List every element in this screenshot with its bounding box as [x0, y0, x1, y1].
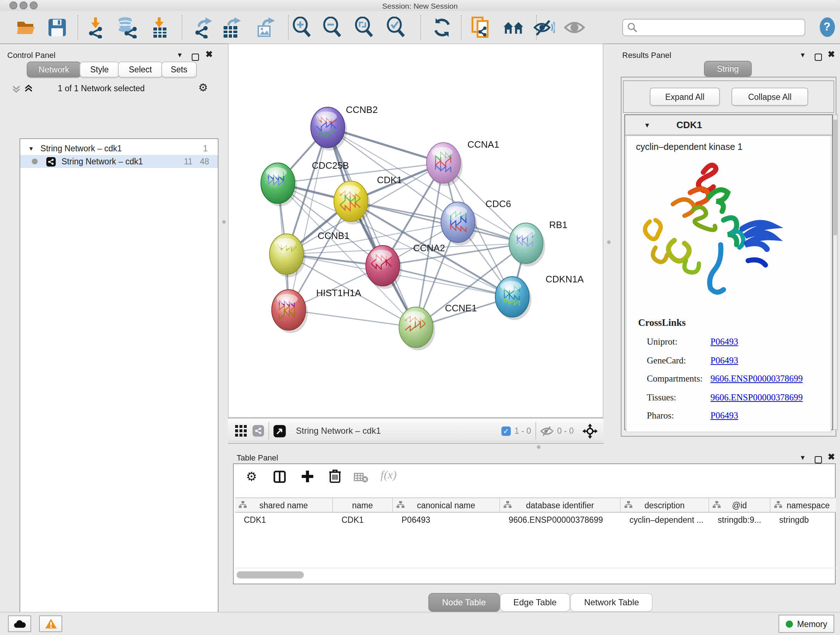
- function-builder-icon[interactable]: f(x): [381, 469, 396, 481]
- main-toolbar: ?: [0, 11, 840, 44]
- column-header[interactable]: @id: [709, 498, 771, 512]
- bottom-splitter-handle[interactable]: [537, 445, 540, 449]
- network-collection-row[interactable]: ▼ String Network – cdk1 1: [20, 142, 218, 155]
- crosslink-value-link[interactable]: 9606.ENSP00000378699: [711, 392, 803, 402]
- column-type-icon: [396, 501, 404, 509]
- network-canvas[interactable]: CCNB2CCNA1CDC25BCDK1CDC6RB1CCNB1CCNA2CDK…: [228, 43, 603, 418]
- collection-expander-icon[interactable]: ▼: [28, 145, 34, 152]
- zoom-selected-icon[interactable]: [386, 17, 407, 38]
- bottom-status-bar: Memory: [0, 612, 840, 635]
- crosslink-value-link[interactable]: P06493: [711, 410, 738, 421]
- warnings-button[interactable]: [39, 616, 62, 632]
- right-splitter-handle[interactable]: [607, 241, 611, 244]
- crosslink-value-link[interactable]: 9606.ENSP00000378699: [711, 374, 803, 384]
- zoom-in-icon[interactable]: [292, 17, 313, 38]
- houses-icon[interactable]: [503, 17, 524, 38]
- node-label-ccnb1: CCNB1: [317, 230, 349, 241]
- save-session-icon[interactable]: [46, 17, 68, 38]
- selected-checkbox-icon[interactable]: ✓: [501, 426, 511, 435]
- node-label-ccne1: CCNE1: [445, 302, 477, 314]
- control-panel-close-icon[interactable]: ✖: [205, 49, 213, 59]
- import-network-file-icon[interactable]: [85, 17, 106, 38]
- export-network-icon[interactable]: [193, 17, 215, 38]
- search-field[interactable]: [622, 19, 805, 36]
- column-header[interactable]: database identifier: [500, 498, 621, 512]
- collapse-all-button[interactable]: Collapse All: [731, 88, 808, 106]
- table-cell: stringdb:9...: [709, 513, 771, 527]
- network-selection-status: 1 of 1 Network selected: [0, 84, 202, 93]
- results-scrollbar-thumb[interactable]: [834, 119, 837, 235]
- network-row-selected[interactable]: String Network – cdk1 11 48: [20, 155, 218, 168]
- tab-edge-table[interactable]: Edge Table: [500, 593, 570, 612]
- table-row[interactable]: CDK1 CDK1 P06493 9606.ENSP00000378699 cy…: [235, 513, 836, 527]
- crosslink-row: Pharos:P06493: [647, 407, 803, 425]
- table-cell: P06493: [393, 513, 500, 527]
- open-session-icon[interactable]: [15, 17, 37, 38]
- node-label-cdkn1a: CDKN1A: [546, 274, 584, 285]
- tab-string[interactable]: String: [704, 61, 752, 77]
- cloud-icon: [13, 619, 26, 628]
- network-options-gear-icon[interactable]: ⚙: [198, 82, 208, 93]
- show-all-eye-icon[interactable]: [564, 17, 585, 38]
- toolbar-separator: [420, 15, 421, 40]
- expand-all-button[interactable]: Expand All: [650, 88, 720, 106]
- birdseye-view-icon[interactable]: [273, 424, 286, 437]
- table-panel-close-icon[interactable]: ✖: [828, 452, 835, 462]
- hide-selected-eye-icon[interactable]: [533, 17, 555, 38]
- delete-table-icon[interactable]: [354, 473, 368, 486]
- help-button[interactable]: ?: [819, 16, 835, 38]
- column-header[interactable]: name: [333, 498, 393, 512]
- control-panel-menu-icon[interactable]: ▼: [177, 51, 183, 59]
- column-header[interactable]: shared name: [235, 498, 333, 512]
- import-table-file-icon[interactable]: [149, 17, 171, 38]
- protein-section-header[interactable]: ▼ CDK1: [625, 115, 832, 135]
- select-columns-icon[interactable]: [273, 470, 286, 486]
- search-input[interactable]: [638, 20, 805, 35]
- left-splitter-handle[interactable]: [222, 220, 226, 224]
- node-label-rb1: RB1: [549, 219, 568, 230]
- column-header[interactable]: canonical name: [393, 498, 500, 512]
- results-panel-close-icon[interactable]: ✖: [828, 49, 835, 59]
- delete-column-trash-icon[interactable]: [329, 469, 341, 486]
- crosslink-value-link[interactable]: P06493: [711, 355, 738, 365]
- results-panel-menu-icon[interactable]: ▼: [799, 51, 806, 59]
- crosslink-label: Compartments:: [647, 370, 711, 388]
- table-panel-menu-icon[interactable]: ▼: [799, 454, 806, 461]
- table-horizontal-scrollbar[interactable]: [237, 571, 304, 578]
- table-options-gear-icon[interactable]: ⚙: [246, 470, 257, 483]
- tab-style[interactable]: Style: [80, 62, 119, 78]
- tab-network-table[interactable]: Network Table: [570, 593, 653, 612]
- export-image-icon[interactable]: [255, 17, 276, 38]
- move-crosshair-icon[interactable]: [583, 423, 598, 439]
- refresh-icon[interactable]: [431, 17, 453, 38]
- network-node-count: 11: [184, 157, 193, 166]
- cloud-button[interactable]: [8, 616, 31, 632]
- column-header[interactable]: description: [621, 498, 709, 512]
- string-view-icon[interactable]: [253, 425, 264, 437]
- zoom-out-icon[interactable]: [322, 17, 344, 38]
- hidden-eye-icon: [540, 425, 554, 436]
- export-table-icon[interactable]: [221, 17, 243, 38]
- network-status-bar: String Network – cdk1 ✓ 1 - 0 0 - 0: [228, 418, 603, 444]
- column-type-icon: [504, 501, 512, 509]
- import-network-database-icon[interactable]: [117, 17, 138, 38]
- results-panel-float-icon[interactable]: [815, 51, 822, 64]
- network-from-selection-icon[interactable]: [470, 17, 492, 38]
- table-scroll-divider: [235, 568, 836, 568]
- section-expander-icon[interactable]: ▼: [644, 121, 651, 128]
- current-network-dot-icon: [32, 158, 38, 165]
- node-label-hist1h1a: HIST1H1A: [316, 287, 362, 298]
- memory-button[interactable]: Memory: [778, 615, 834, 633]
- zoom-fit-icon[interactable]: [354, 17, 376, 38]
- network-graph[interactable]: CCNB2CCNA1CDC25BCDK1CDC6RB1CCNB1CCNA2CDK…: [229, 44, 603, 417]
- tab-node-table[interactable]: Node Table: [428, 593, 500, 612]
- add-column-icon[interactable]: [301, 470, 314, 486]
- tab-network[interactable]: Network: [27, 62, 81, 78]
- crosslink-row: GeneCard:P06493: [647, 352, 803, 370]
- tab-sets[interactable]: Sets: [161, 62, 197, 78]
- crosslink-value-link[interactable]: P06493: [711, 337, 738, 347]
- control-panel-title: Control Panel: [7, 51, 55, 59]
- column-header[interactable]: namespace: [771, 498, 836, 512]
- tab-select[interactable]: Select: [118, 62, 163, 78]
- grid-view-icon[interactable]: [235, 425, 247, 437]
